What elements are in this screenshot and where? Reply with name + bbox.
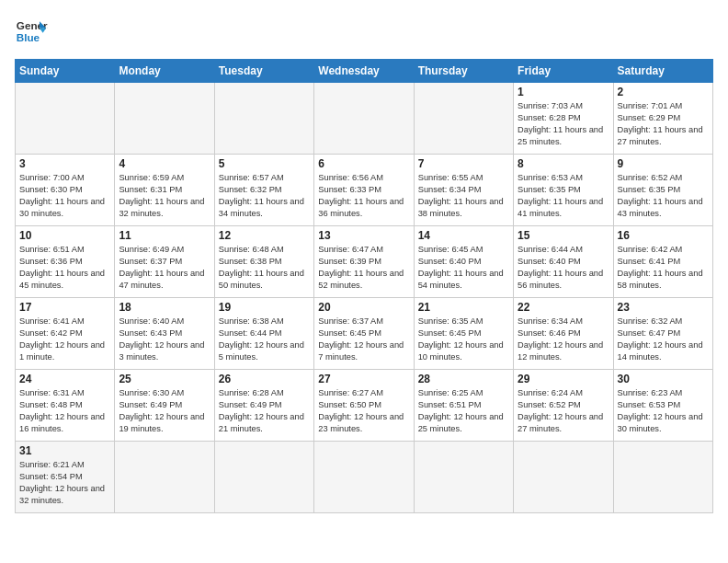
day-info: Sunrise: 6:34 AMSunset: 6:46 PMDaylight:…	[518, 316, 609, 363]
day-number: 27	[318, 373, 409, 385]
day-header-thursday: Thursday	[414, 60, 513, 83]
day-number: 23	[618, 301, 709, 314]
day-info: Sunrise: 6:51 AMSunset: 6:36 PMDaylight:…	[19, 244, 110, 292]
day-number: 26	[219, 373, 310, 385]
day-number: 10	[19, 229, 110, 242]
calendar-cell: 31Sunrise: 6:21 AMSunset: 6:54 PMDayligh…	[16, 442, 115, 513]
day-number: 14	[418, 229, 509, 242]
calendar-week-row: 17Sunrise: 6:41 AMSunset: 6:42 PMDayligh…	[16, 298, 713, 370]
day-number: 15	[518, 229, 609, 242]
calendar-cell: 4Sunrise: 6:59 AMSunset: 6:31 PMDaylight…	[115, 155, 214, 226]
calendar-cell: 14Sunrise: 6:45 AMSunset: 6:40 PMDayligh…	[414, 226, 513, 298]
calendar-week-row: 31Sunrise: 6:21 AMSunset: 6:54 PMDayligh…	[16, 442, 713, 513]
calendar-cell: 13Sunrise: 6:47 AMSunset: 6:39 PMDayligh…	[314, 226, 414, 298]
day-info: Sunrise: 6:55 AMSunset: 6:34 PMDaylight:…	[418, 172, 509, 220]
day-number: 3	[19, 157, 110, 170]
calendar-table: SundayMondayTuesdayWednesdayThursdayFrid…	[15, 59, 713, 513]
calendar-cell: 24Sunrise: 6:31 AMSunset: 6:48 PMDayligh…	[16, 370, 115, 442]
day-info: Sunrise: 6:37 AMSunset: 6:45 PMDaylight:…	[318, 316, 409, 363]
calendar-cell: 9Sunrise: 6:52 AMSunset: 6:35 PMDaylight…	[613, 155, 712, 226]
calendar-cell: 10Sunrise: 6:51 AMSunset: 6:36 PMDayligh…	[16, 226, 115, 298]
calendar-cell	[514, 442, 613, 513]
calendar-cell: 26Sunrise: 6:28 AMSunset: 6:49 PMDayligh…	[214, 370, 313, 442]
day-number: 30	[618, 373, 709, 385]
calendar-cell	[414, 442, 513, 513]
day-header-friday: Friday	[514, 60, 613, 83]
day-info: Sunrise: 6:35 AMSunset: 6:45 PMDaylight:…	[418, 316, 509, 363]
day-info: Sunrise: 6:24 AMSunset: 6:52 PMDaylight:…	[518, 387, 609, 435]
calendar-cell: 16Sunrise: 6:42 AMSunset: 6:41 PMDayligh…	[613, 226, 712, 298]
day-number: 7	[418, 157, 509, 170]
calendar-cell: 8Sunrise: 6:53 AMSunset: 6:35 PMDaylight…	[514, 155, 613, 226]
day-info: Sunrise: 6:45 AMSunset: 6:40 PMDaylight:…	[418, 244, 509, 292]
calendar-cell: 20Sunrise: 6:37 AMSunset: 6:45 PMDayligh…	[314, 298, 414, 370]
calendar-cell	[115, 83, 214, 155]
day-number: 29	[518, 373, 609, 385]
calendar-cell: 22Sunrise: 6:34 AMSunset: 6:46 PMDayligh…	[514, 298, 613, 370]
calendar-cell: 23Sunrise: 6:32 AMSunset: 6:47 PMDayligh…	[613, 298, 712, 370]
day-info: Sunrise: 6:49 AMSunset: 6:37 PMDaylight:…	[119, 244, 210, 292]
day-number: 11	[119, 229, 210, 242]
day-info: Sunrise: 6:52 AMSunset: 6:35 PMDaylight:…	[618, 172, 709, 220]
day-number: 12	[219, 229, 310, 242]
day-number: 25	[119, 373, 210, 385]
day-info: Sunrise: 6:42 AMSunset: 6:41 PMDaylight:…	[618, 244, 709, 292]
day-info: Sunrise: 6:25 AMSunset: 6:51 PMDaylight:…	[418, 387, 509, 435]
day-info: Sunrise: 7:01 AMSunset: 6:29 PMDaylight:…	[618, 100, 709, 148]
day-number: 16	[618, 229, 709, 242]
page-header: General Blue	[15, 15, 713, 48]
svg-text:Blue: Blue	[17, 31, 40, 43]
day-number: 20	[318, 301, 409, 314]
day-info: Sunrise: 6:44 AMSunset: 6:40 PMDaylight:…	[518, 244, 609, 292]
day-number: 22	[518, 301, 609, 314]
day-info: Sunrise: 6:32 AMSunset: 6:47 PMDaylight:…	[618, 316, 709, 363]
calendar-cell: 5Sunrise: 6:57 AMSunset: 6:32 PMDaylight…	[214, 155, 313, 226]
calendar-cell	[414, 83, 513, 155]
day-info: Sunrise: 6:57 AMSunset: 6:32 PMDaylight:…	[219, 172, 310, 220]
calendar-cell: 7Sunrise: 6:55 AMSunset: 6:34 PMDaylight…	[414, 155, 513, 226]
day-number: 5	[219, 157, 310, 170]
day-number: 18	[119, 301, 210, 314]
day-info: Sunrise: 7:00 AMSunset: 6:30 PMDaylight:…	[19, 172, 110, 220]
day-info: Sunrise: 7:03 AMSunset: 6:28 PMDaylight:…	[518, 100, 609, 148]
day-info: Sunrise: 6:56 AMSunset: 6:33 PMDaylight:…	[318, 172, 409, 220]
day-info: Sunrise: 6:41 AMSunset: 6:42 PMDaylight:…	[19, 316, 110, 363]
calendar-cell: 15Sunrise: 6:44 AMSunset: 6:40 PMDayligh…	[514, 226, 613, 298]
calendar-cell: 11Sunrise: 6:49 AMSunset: 6:37 PMDayligh…	[115, 226, 214, 298]
calendar-cell: 18Sunrise: 6:40 AMSunset: 6:43 PMDayligh…	[115, 298, 214, 370]
day-info: Sunrise: 6:59 AMSunset: 6:31 PMDaylight:…	[119, 172, 210, 220]
day-number: 9	[618, 157, 709, 170]
calendar-cell: 2Sunrise: 7:01 AMSunset: 6:29 PMDaylight…	[613, 83, 712, 155]
day-number: 13	[318, 229, 409, 242]
day-info: Sunrise: 6:38 AMSunset: 6:44 PMDaylight:…	[219, 316, 310, 363]
day-header-sunday: Sunday	[16, 60, 115, 83]
calendar-cell: 29Sunrise: 6:24 AMSunset: 6:52 PMDayligh…	[514, 370, 613, 442]
calendar-cell	[314, 83, 414, 155]
calendar-cell: 6Sunrise: 6:56 AMSunset: 6:33 PMDaylight…	[314, 155, 414, 226]
day-info: Sunrise: 6:31 AMSunset: 6:48 PMDaylight:…	[19, 387, 110, 435]
day-number: 17	[19, 301, 110, 314]
day-number: 6	[318, 157, 409, 170]
calendar-cell	[214, 83, 313, 155]
day-header-tuesday: Tuesday	[214, 60, 313, 83]
calendar-cell: 3Sunrise: 7:00 AMSunset: 6:30 PMDaylight…	[16, 155, 115, 226]
day-header-saturday: Saturday	[613, 60, 712, 83]
calendar-cell: 1Sunrise: 7:03 AMSunset: 6:28 PMDaylight…	[514, 83, 613, 155]
calendar-cell: 27Sunrise: 6:27 AMSunset: 6:50 PMDayligh…	[314, 370, 414, 442]
day-info: Sunrise: 6:23 AMSunset: 6:53 PMDaylight:…	[618, 387, 709, 435]
calendar-cell: 17Sunrise: 6:41 AMSunset: 6:42 PMDayligh…	[16, 298, 115, 370]
day-info: Sunrise: 6:48 AMSunset: 6:38 PMDaylight:…	[219, 244, 310, 292]
day-info: Sunrise: 6:21 AMSunset: 6:54 PMDaylight:…	[19, 459, 110, 507]
day-info: Sunrise: 6:27 AMSunset: 6:50 PMDaylight:…	[318, 387, 409, 435]
calendar-header-row: SundayMondayTuesdayWednesdayThursdayFrid…	[16, 60, 713, 83]
day-number: 21	[418, 301, 509, 314]
calendar-cell: 19Sunrise: 6:38 AMSunset: 6:44 PMDayligh…	[214, 298, 313, 370]
calendar-week-row: 10Sunrise: 6:51 AMSunset: 6:36 PMDayligh…	[16, 226, 713, 298]
calendar-cell: 25Sunrise: 6:30 AMSunset: 6:49 PMDayligh…	[115, 370, 214, 442]
logo: General Blue	[15, 15, 48, 48]
day-info: Sunrise: 6:28 AMSunset: 6:49 PMDaylight:…	[219, 387, 310, 435]
day-info: Sunrise: 6:40 AMSunset: 6:43 PMDaylight:…	[119, 316, 210, 363]
day-info: Sunrise: 6:30 AMSunset: 6:49 PMDaylight:…	[119, 387, 210, 435]
day-number: 19	[219, 301, 310, 314]
calendar-cell	[613, 442, 712, 513]
